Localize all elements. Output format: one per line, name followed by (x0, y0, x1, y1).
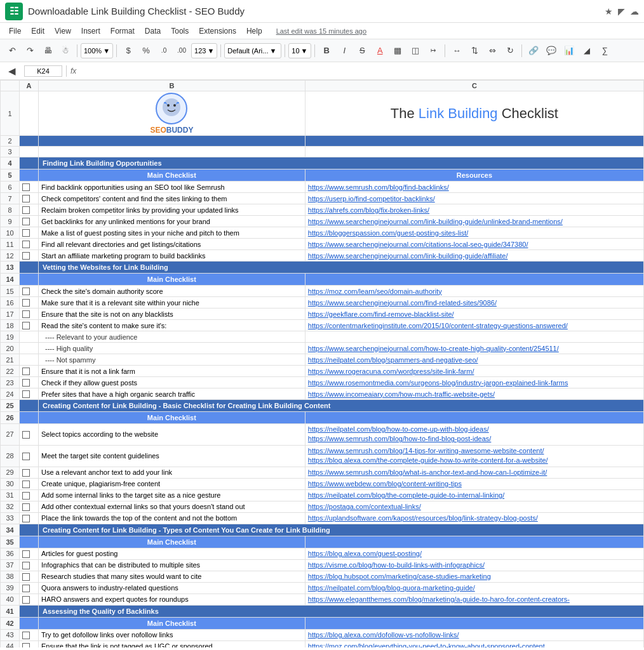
menu-help[interactable]: Help (243, 25, 266, 37)
cell-a31[interactable] (20, 489, 39, 501)
halign-button[interactable]: ↔ (448, 43, 465, 59)
checkbox-43[interactable] (22, 632, 30, 639)
cell-a7[interactable] (20, 193, 39, 204)
cell-a39[interactable] (20, 582, 39, 594)
chart-button[interactable]: 📊 (561, 43, 577, 59)
cell-a30[interactable] (20, 478, 39, 489)
cell-c20[interactable]: https://www.searchenginejournal.com/how-… (305, 343, 643, 354)
checkbox-39[interactable] (22, 585, 30, 592)
menu-extensions[interactable]: Extensions (195, 25, 240, 37)
cell-a43[interactable] (20, 629, 39, 640)
checkbox-27[interactable] (22, 431, 30, 439)
highlight-button[interactable]: ▩ (389, 43, 406, 59)
checkbox-38[interactable] (22, 573, 30, 581)
cell-a36[interactable] (20, 548, 39, 559)
col-c-header[interactable]: C (305, 81, 643, 91)
font-color-button[interactable]: A (372, 43, 388, 59)
cell-a24[interactable] (20, 388, 39, 400)
checkbox-40[interactable] (22, 596, 30, 604)
cell-a28[interactable] (20, 445, 39, 467)
cell-c27[interactable]: https://neilpatel.com/blog/how-to-come-u… (305, 424, 643, 446)
comment-button[interactable]: 💬 (543, 43, 560, 59)
cell-a22[interactable] (20, 366, 39, 377)
col-b-header[interactable]: B (38, 81, 305, 91)
cell-c12[interactable]: https://www.searchenginejournal.com/link… (305, 250, 643, 262)
rotate-button[interactable]: ↻ (502, 43, 518, 59)
cell-c22[interactable]: https://www.rogeracuna.com/wordpress/sit… (305, 366, 643, 377)
cell-c21[interactable]: https://neilpatel.com/blog/spammers-and-… (305, 354, 643, 366)
checkbox-6[interactable] (22, 183, 30, 191)
currency-button[interactable]: $ (120, 43, 137, 59)
cell-a44[interactable] (20, 640, 39, 647)
cell-a38[interactable] (20, 571, 39, 582)
menu-edit[interactable]: Edit (27, 25, 48, 37)
cell-c9[interactable]: https://www.searchenginejournal.com/link… (305, 216, 643, 227)
checkbox-32[interactable] (22, 503, 30, 511)
cell-a37[interactable] (20, 559, 39, 571)
cell-a11[interactable] (20, 239, 39, 250)
italic-button[interactable]: I (336, 43, 352, 59)
cell-c44[interactable]: https://moz.com/blog/everything-you-need… (305, 640, 643, 647)
cell-c28[interactable]: https://www.semrush.com/blog/14-tips-for… (305, 445, 643, 467)
font-size-select[interactable]: 10 ▼ (288, 43, 311, 58)
cell-a32[interactable] (20, 501, 39, 512)
checkbox-7[interactable] (22, 195, 30, 202)
checkbox-31[interactable] (22, 492, 30, 500)
link-button[interactable]: 🔗 (525, 43, 542, 59)
star-icon[interactable]: ★ (605, 6, 613, 17)
menu-view[interactable]: View (51, 25, 75, 37)
menu-file[interactable]: File (5, 25, 25, 37)
filter-button[interactable]: ◢ (579, 43, 595, 59)
checkbox-22[interactable] (22, 368, 30, 375)
valign-button[interactable]: ⇅ (466, 43, 483, 59)
checkbox-15[interactable] (22, 288, 30, 295)
cloud-icon[interactable]: ☁ (630, 6, 639, 17)
borders-button[interactable]: ◫ (407, 43, 424, 59)
cell-c10[interactable]: https://bloggerspassion.com/guest-postin… (305, 227, 643, 239)
paint-format-button[interactable]: ☃ (57, 43, 74, 59)
drive-icon[interactable]: ◤ (618, 6, 625, 17)
formula-input[interactable] (80, 66, 640, 76)
cell-a17[interactable] (20, 308, 39, 320)
merge-button[interactable]: ↦ (425, 43, 441, 59)
menu-tools[interactable]: Tools (167, 25, 192, 37)
decimal-dec-button[interactable]: .0 (156, 43, 172, 59)
checkbox-29[interactable] (22, 469, 30, 477)
cell-c18[interactable]: https://contentmarketinginstitute.com/20… (305, 320, 643, 331)
menu-format[interactable]: Format (107, 25, 138, 37)
cell-c38[interactable]: https://blog.hubspot.com/marketing/case-… (305, 571, 643, 582)
menu-data[interactable]: Data (141, 25, 164, 37)
wrap-button[interactable]: ⇔ (484, 43, 500, 59)
percent-button[interactable]: % (138, 43, 154, 59)
cell-a18[interactable] (20, 320, 39, 331)
checkbox-9[interactable] (22, 218, 30, 225)
menu-insert[interactable]: Insert (77, 25, 104, 37)
checkbox-12[interactable] (22, 252, 30, 260)
undo-button[interactable]: ↶ (4, 43, 20, 59)
cell-a16[interactable] (20, 297, 39, 308)
cell-c29[interactable]: https://www.semrush.com/blog/what-is-anc… (305, 467, 643, 478)
cell-c33[interactable]: https://uplandsoftware.com/kapost/resour… (305, 512, 643, 524)
cell-a9[interactable] (20, 216, 39, 227)
checkbox-28[interactable] (22, 453, 30, 460)
cell-c37[interactable]: https://visme.co/blog/how-to-build-links… (305, 559, 643, 571)
cell-a29[interactable] (20, 467, 39, 478)
cell-c40[interactable]: https://www.elegantthemes.com/blog/marke… (305, 594, 643, 605)
cell-c32[interactable]: https://postaga.com/contextual-links/ (305, 501, 643, 512)
print-button[interactable]: 🖶 (39, 43, 56, 59)
cell-c30[interactable]: https://www.webdew.com/blog/content-writ… (305, 478, 643, 489)
cell-a8[interactable] (20, 204, 39, 216)
cell-c6[interactable]: https://www.semrush.com/blog/find-backli… (305, 182, 643, 193)
cell-c17[interactable]: https://geekflare.com/find-remove-blackl… (305, 308, 643, 320)
col-a-header[interactable]: A (20, 81, 39, 91)
zoom-select[interactable]: 100% ▼ (81, 43, 113, 58)
cell-a12[interactable] (20, 250, 39, 262)
checkbox-33[interactable] (22, 515, 30, 522)
checkbox-16[interactable] (22, 299, 30, 307)
cell-c15[interactable]: https://moz.com/learn/seo/domain-authori… (305, 286, 643, 297)
checkbox-23[interactable] (22, 379, 30, 387)
cell-c8[interactable]: https://ahrefs.com/blog/fix-broken-links… (305, 204, 643, 216)
function-button[interactable]: ∑ (596, 43, 613, 59)
cell-c16[interactable]: https://www.searchenginejournal.com/find… (305, 297, 643, 308)
checkbox-8[interactable] (22, 206, 30, 214)
